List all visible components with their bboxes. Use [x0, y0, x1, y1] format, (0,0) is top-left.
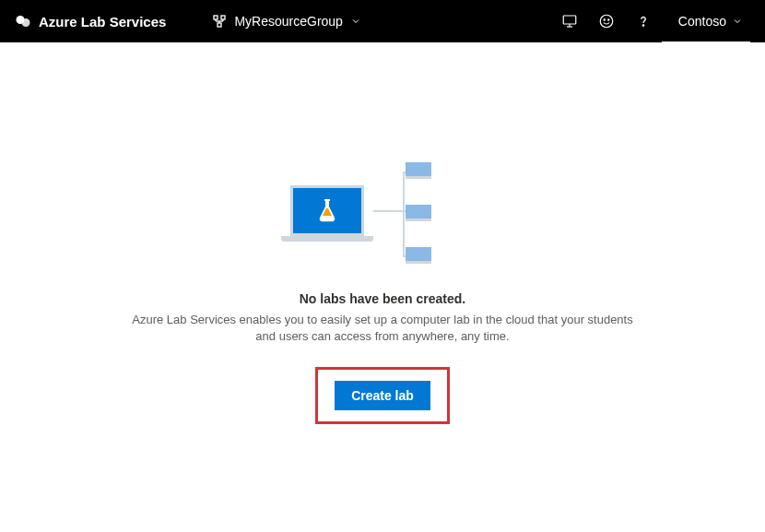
empty-state-title: No labs have been created.: [300, 291, 466, 306]
resource-group-icon: [212, 14, 227, 29]
help-button[interactable]: [625, 0, 662, 42]
resource-group-name: MyResourceGroup: [234, 14, 343, 29]
user-org-name: Contoso: [678, 14, 726, 29]
feedback-button[interactable]: [588, 0, 625, 42]
svg-point-1: [22, 18, 30, 27]
svg-rect-2: [214, 16, 218, 19]
azure-lab-logo-icon: [15, 13, 31, 30]
chevron-down-icon: [350, 16, 361, 27]
brand-title: Azure Lab Services: [39, 14, 166, 30]
monitor-button[interactable]: [551, 0, 588, 42]
resource-group-selector[interactable]: MyResourceGroup: [212, 14, 361, 29]
chevron-down-icon: [732, 16, 743, 27]
svg-point-15: [642, 25, 643, 26]
user-org-menu[interactable]: Contoso: [662, 0, 750, 42]
vm-icon: [406, 205, 431, 221]
empty-state: No labs have been created. Azure Lab Ser…: [0, 42, 765, 424]
svg-rect-9: [563, 16, 576, 24]
smiley-icon: [598, 13, 615, 30]
empty-state-description: Azure Lab Services enables you to easily…: [124, 312, 641, 345]
monitor-icon: [561, 13, 578, 30]
help-icon: [635, 13, 652, 30]
labs-illustration: [281, 162, 484, 273]
brand[interactable]: Azure Lab Services: [15, 13, 166, 30]
svg-point-13: [604, 19, 605, 20]
create-lab-button[interactable]: Create lab: [335, 381, 430, 410]
svg-point-12: [600, 15, 613, 28]
vm-icon: [406, 162, 431, 179]
svg-rect-3: [221, 16, 225, 19]
vm-icon: [406, 247, 431, 264]
top-bar: Azure Lab Services MyResourceGroup Conto…: [0, 0, 765, 42]
svg-point-14: [607, 19, 608, 20]
create-lab-highlight: Create lab: [315, 367, 450, 424]
flask-icon: [316, 197, 338, 225]
svg-rect-4: [218, 23, 221, 27]
